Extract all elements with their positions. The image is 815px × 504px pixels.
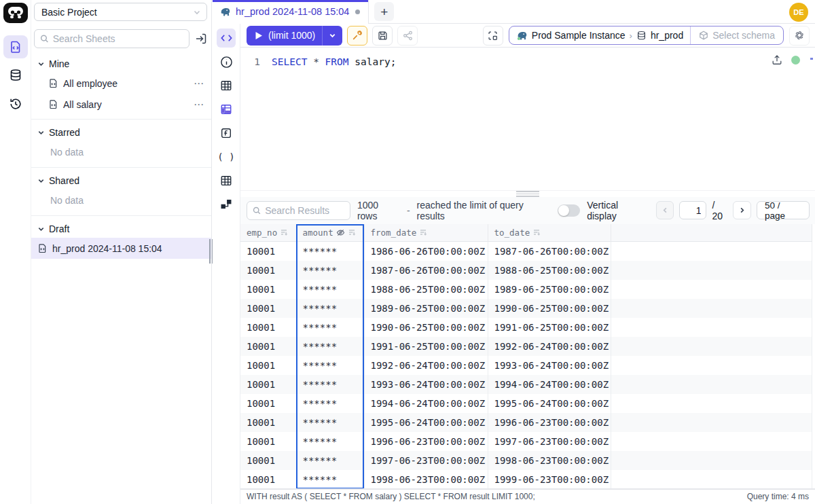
cell-from-date[interactable]: 1991-06-25T00:00:00Z xyxy=(364,337,488,356)
cell-emp-no[interactable]: 10001 xyxy=(240,242,296,261)
cell-from-date[interactable]: 1995-06-24T00:00:00Z xyxy=(364,413,488,432)
cell-amount-masked[interactable]: ****** xyxy=(296,432,364,451)
cell-to-date[interactable]: 1990-06-25T00:00:00Z xyxy=(488,299,611,318)
cell-emp-no[interactable]: 10001 xyxy=(240,432,296,451)
run-options-caret[interactable] xyxy=(322,26,342,46)
cell-emp-no[interactable]: 10001 xyxy=(240,337,296,356)
cell-from-date[interactable]: 1989-06-25T00:00:00Z xyxy=(364,299,488,318)
table-row[interactable]: 10001 ****** 1997-06-23T00:00:00Z 1998-0… xyxy=(240,451,812,470)
sheet-item-draft-hr-prod[interactable]: hr_prod 2024-11-08 15:04 xyxy=(31,238,211,259)
select-statement-scope-button[interactable] xyxy=(483,26,503,46)
nav-history-button[interactable] xyxy=(3,92,28,115)
sql-editor[interactable]: 1 SELECT * FROM salary; xyxy=(240,48,815,190)
instance-database-breadcrumb[interactable]: Prod Sample Instance › hr_prod xyxy=(509,30,690,41)
section-draft[interactable]: Draft xyxy=(31,220,211,238)
cell-amount-masked[interactable]: ****** xyxy=(296,394,364,413)
page-number-input[interactable] xyxy=(679,201,706,219)
panel-functions-button[interactable] xyxy=(217,124,236,143)
panel-info-button[interactable] xyxy=(217,52,236,71)
upload-sheet-icon[interactable] xyxy=(772,54,782,65)
prev-page-button[interactable] xyxy=(656,201,674,219)
table-row[interactable]: 10001 ****** 1995-06-24T00:00:00Z 1996-0… xyxy=(240,413,812,432)
column-header-emp-no[interactable]: emp_no xyxy=(240,224,296,242)
sort-icon[interactable] xyxy=(532,228,541,236)
vertical-display-toggle[interactable] xyxy=(558,204,580,217)
cell-amount-masked[interactable]: ****** xyxy=(296,413,364,432)
table-row[interactable]: 10001 ****** 1988-06-25T00:00:00Z 1989-0… xyxy=(240,280,812,299)
results-search-input[interactable] xyxy=(265,205,344,216)
cell-amount-masked[interactable]: ****** xyxy=(296,470,364,489)
section-mine[interactable]: Mine xyxy=(31,55,211,73)
table-row[interactable]: 10001 ****** 1986-06-26T00:00:00Z 1987-0… xyxy=(240,242,812,261)
cell-from-date[interactable]: 1986-06-26T00:00:00Z xyxy=(364,242,488,261)
table-row[interactable]: 10001 ****** 1989-06-25T00:00:00Z 1990-0… xyxy=(240,299,812,318)
ai-assistant-button[interactable] xyxy=(789,26,810,46)
cell-from-date[interactable]: 1998-06-23T00:00:00Z xyxy=(364,470,488,489)
import-sheet-icon[interactable] xyxy=(195,33,207,45)
sort-icon[interactable] xyxy=(280,228,288,236)
run-query-button[interactable]: (limit 1000) xyxy=(247,26,342,46)
cell-emp-no[interactable]: 10001 xyxy=(240,356,296,375)
cell-emp-no[interactable]: 10001 xyxy=(240,470,296,489)
cell-emp-no[interactable]: 10001 xyxy=(240,280,296,299)
cell-to-date[interactable]: 1988-06-25T00:00:00Z xyxy=(488,261,611,280)
cell-from-date[interactable]: 1990-06-25T00:00:00Z xyxy=(364,318,488,337)
column-header-to-date[interactable]: to_date xyxy=(488,224,611,242)
nav-databases-button[interactable] xyxy=(3,64,28,87)
cell-from-date[interactable]: 1987-06-26T00:00:00Z xyxy=(364,261,488,280)
cell-to-date[interactable]: 1991-06-25T00:00:00Z xyxy=(488,318,611,337)
sheet-item-all-salary[interactable]: All salary ⋯ xyxy=(31,94,211,115)
cell-from-date[interactable]: 1996-06-23T00:00:00Z xyxy=(364,432,488,451)
table-row[interactable]: 10001 ****** 1994-06-24T00:00:00Z 1995-0… xyxy=(240,394,812,413)
item-menu-icon[interactable]: ⋯ xyxy=(194,98,204,111)
cell-emp-no[interactable]: 10001 xyxy=(240,394,296,413)
cell-amount-masked[interactable]: ****** xyxy=(296,451,364,470)
table-row[interactable]: 10001 ****** 1992-06-24T00:00:00Z 1993-0… xyxy=(240,356,812,375)
cell-from-date[interactable]: 1992-06-24T00:00:00Z xyxy=(364,356,488,375)
select-schema-button[interactable]: Select schema xyxy=(690,26,783,44)
section-starred[interactable]: Starred xyxy=(31,124,211,141)
cell-from-date[interactable]: 1988-06-25T00:00:00Z xyxy=(364,280,488,299)
section-shared[interactable]: Shared xyxy=(31,172,211,190)
cell-to-date[interactable]: 1997-06-23T00:00:00Z xyxy=(488,432,611,451)
table-row[interactable]: 10001 ****** 1998-06-23T00:00:00Z 1999-0… xyxy=(240,470,812,489)
cell-to-date[interactable]: 1999-06-23T00:00:00Z xyxy=(488,470,611,489)
column-header-from-date[interactable]: from_date xyxy=(364,224,488,242)
editor-results-splitter[interactable] xyxy=(240,190,815,197)
table-row[interactable]: 10001 ****** 1990-06-25T00:00:00Z 1991-0… xyxy=(240,318,812,337)
save-sheet-button[interactable] xyxy=(372,26,393,46)
table-row[interactable]: 10001 ****** 1993-06-24T00:00:00Z 1994-0… xyxy=(240,375,812,394)
cell-from-date[interactable]: 1993-06-24T00:00:00Z xyxy=(364,375,488,394)
table-row[interactable]: 10001 ****** 1987-06-26T00:00:00Z 1988-0… xyxy=(240,261,812,280)
cell-amount-masked[interactable]: ****** xyxy=(296,337,364,356)
cell-to-date[interactable]: 1987-06-26T00:00:00Z xyxy=(488,242,611,261)
bytebase-logo[interactable] xyxy=(3,3,28,23)
next-page-button[interactable] xyxy=(733,201,751,219)
cell-to-date[interactable]: 1989-06-25T00:00:00Z xyxy=(488,280,611,299)
tab-hr-prod[interactable]: hr_prod 2024-11-08 15:04 xyxy=(213,0,369,24)
page-size-selector[interactable]: 50 / page xyxy=(757,201,810,219)
panel-masked-data-button[interactable] xyxy=(217,100,236,119)
cell-emp-no[interactable]: 10001 xyxy=(240,318,296,337)
cell-amount-masked[interactable]: ****** xyxy=(296,280,364,299)
nav-worksheets-button[interactable] xyxy=(3,35,28,58)
panel-code-button[interactable] xyxy=(217,29,236,48)
cell-to-date[interactable]: 1992-06-24T00:00:00Z xyxy=(488,337,611,356)
panel-external-tables-button[interactable] xyxy=(217,171,236,190)
cell-from-date[interactable]: 1997-06-23T00:00:00Z xyxy=(364,451,488,470)
panel-schema-diagram-button[interactable] xyxy=(217,195,236,214)
cell-emp-no[interactable]: 10001 xyxy=(240,261,296,280)
sort-icon[interactable] xyxy=(348,228,356,236)
cell-to-date[interactable]: 1993-06-24T00:00:00Z xyxy=(488,356,611,375)
cell-amount-masked[interactable]: ****** xyxy=(296,356,364,375)
share-sheet-button[interactable] xyxy=(397,26,418,46)
panel-procedures-button[interactable]: ( ) xyxy=(217,147,236,166)
cell-amount-masked[interactable]: ****** xyxy=(296,318,364,337)
cell-to-date[interactable]: 1998-06-23T00:00:00Z xyxy=(488,451,611,470)
sheet-item-all-employee[interactable]: All employee ⋯ xyxy=(31,73,211,94)
cell-to-date[interactable]: 1996-06-23T00:00:00Z xyxy=(488,413,611,432)
project-selector[interactable]: Basic Project xyxy=(34,3,207,21)
cell-emp-no[interactable]: 10001 xyxy=(240,413,296,432)
cell-to-date[interactable]: 1994-06-24T00:00:00Z xyxy=(488,375,611,394)
cell-amount-masked[interactable]: ****** xyxy=(296,261,364,280)
